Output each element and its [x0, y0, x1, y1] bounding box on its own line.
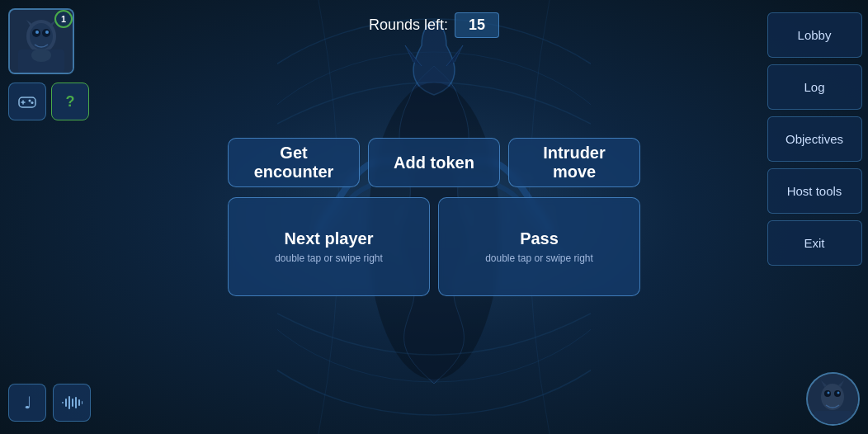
svg-point-9: [45, 31, 49, 34]
intruder-move-button[interactable]: Intruder move: [508, 138, 640, 187]
svg-point-8: [35, 31, 39, 34]
top-action-row: Get encounter Add token Intruder move: [228, 138, 640, 187]
bottom-action-row: Next player double tap or swipe right Pa…: [228, 197, 640, 296]
svg-point-28: [828, 392, 830, 394]
pass-button[interactable]: Pass double tap or swipe right: [438, 197, 640, 296]
audio-wave-icon: [61, 394, 83, 411]
rounds-value: 15: [455, 12, 499, 38]
top-left-area: 1 ?: [8, 8, 89, 120]
svg-point-25: [821, 384, 844, 410]
main-action-buttons: Get encounter Add token Intruder move Ne…: [228, 138, 640, 296]
music-button[interactable]: ♩: [8, 384, 46, 422]
svg-rect-30: [814, 411, 851, 424]
audio-button[interactable]: [53, 384, 91, 422]
rounds-label: Rounds left:: [369, 17, 448, 34]
music-icon: ♩: [24, 393, 31, 413]
icon-buttons-row: ?: [8, 83, 89, 120]
help-button[interactable]: ?: [51, 83, 89, 120]
host-tools-button[interactable]: Host tools: [767, 168, 862, 214]
question-icon: ?: [66, 93, 75, 111]
svg-point-11: [31, 49, 51, 62]
header: Rounds left: 15: [0, 0, 868, 50]
add-token-button[interactable]: Add token: [368, 138, 500, 187]
svg-point-13: [29, 100, 31, 102]
lobby-button[interactable]: Lobby: [767, 12, 862, 58]
svg-point-29: [837, 392, 840, 394]
svg-point-5: [30, 23, 53, 50]
sidebar: Lobby Log Objectives Host tools Exit: [761, 0, 868, 434]
bottom-right-avatar[interactable]: [806, 372, 860, 426]
bottom-controls: ♩: [8, 384, 91, 422]
svg-point-14: [31, 101, 34, 104]
next-player-button[interactable]: Next player double tap or swipe right: [228, 197, 430, 296]
get-encounter-button[interactable]: Get encounter: [228, 138, 360, 187]
exit-button[interactable]: Exit: [767, 220, 862, 266]
player-badge: 1: [54, 10, 73, 28]
gamepad-button[interactable]: [8, 83, 46, 120]
log-button[interactable]: Log: [767, 64, 862, 110]
objectives-button[interactable]: Objectives: [767, 116, 862, 162]
